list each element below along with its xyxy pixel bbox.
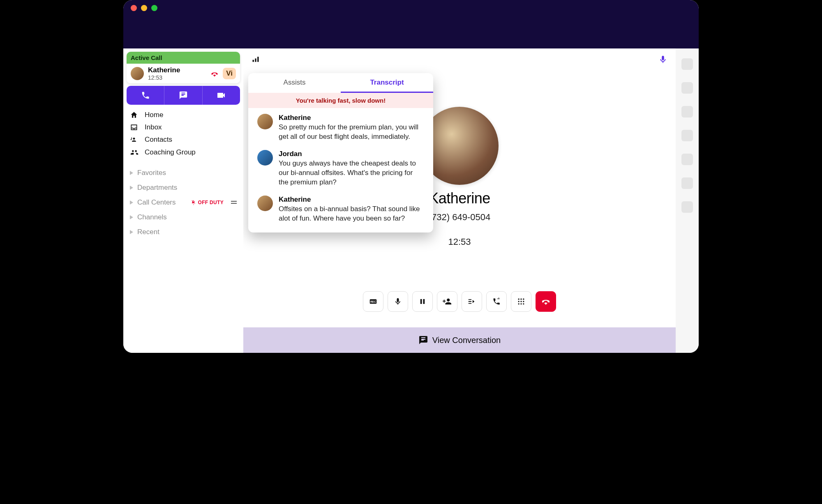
svg-point-9: [523, 299, 524, 300]
section-channels[interactable]: Channels: [127, 212, 240, 222]
hold-button[interactable]: [412, 291, 433, 312]
svg-rect-3: [370, 299, 377, 304]
transfer-queue-button[interactable]: [462, 291, 482, 312]
drag-handle-icon[interactable]: [231, 201, 237, 204]
caret-icon: [130, 200, 133, 205]
nav-label: Coaching Group: [145, 148, 196, 156]
popover-tabs: Assists Transcript: [248, 73, 433, 93]
call-button[interactable]: [127, 86, 164, 105]
window-fullscreen-dot[interactable]: [151, 5, 157, 11]
nav-coaching-group[interactable]: Coaching Group: [127, 146, 240, 159]
mute-button[interactable]: [388, 291, 408, 312]
speaker-name: Jordan: [279, 150, 424, 158]
mic-top-icon[interactable]: [658, 55, 667, 64]
message-button[interactable]: [164, 86, 202, 105]
right-panel-item[interactable]: [681, 154, 693, 165]
svg-point-8: [520, 299, 522, 300]
call-controls: REC: [363, 291, 556, 312]
caret-icon: [130, 171, 133, 175]
svg-point-14: [520, 303, 522, 304]
caller-name: Katherine: [148, 66, 206, 74]
message-text: You guys always have the cheapest deals …: [279, 159, 424, 187]
contact-name: Katherine: [429, 190, 490, 207]
section-recent[interactable]: Recent: [127, 227, 240, 237]
video-button[interactable]: [202, 86, 240, 105]
signal-icon[interactable]: [252, 55, 260, 63]
inbox-icon: [130, 123, 139, 131]
transcript-message: Jordan You guys always have the cheapest…: [257, 150, 424, 187]
right-panel-item[interactable]: [681, 106, 693, 117]
right-panel-item[interactable]: [681, 130, 693, 141]
right-panel-item[interactable]: [681, 201, 693, 213]
contacts-icon: [130, 136, 139, 144]
tab-assists[interactable]: Assists: [248, 73, 341, 93]
message-content: Katherine Offsites on a bi-annual basis?…: [279, 196, 424, 223]
off-duty-badge: OFF DUTY: [191, 200, 224, 205]
svg-point-13: [518, 303, 520, 304]
nav-home[interactable]: Home: [127, 109, 240, 121]
message-content: Katherine So pretty much for the premium…: [279, 114, 424, 142]
caret-icon: [130, 215, 133, 219]
active-call-header: Active Call: [127, 52, 240, 64]
dialpad-button[interactable]: [511, 291, 531, 312]
window-minimize-dot[interactable]: [141, 5, 147, 11]
active-call-meta: Katherine 12:53: [148, 66, 206, 81]
bell-off-icon: [191, 200, 196, 205]
svg-rect-5: [420, 299, 422, 304]
nav-label: Home: [145, 111, 163, 119]
top-bar: [123, 0, 699, 48]
right-panel-item[interactable]: [681, 58, 693, 70]
speaker-name: Katherine: [279, 196, 424, 204]
view-conversation-bar[interactable]: View Conversation: [243, 327, 676, 353]
vi-badge[interactable]: Vi: [223, 68, 236, 79]
view-conversation-label: View Conversation: [432, 336, 501, 345]
right-panel-item[interactable]: [681, 177, 693, 189]
section-label: Favorites: [137, 169, 237, 177]
home-icon: [130, 111, 139, 119]
nav-contacts[interactable]: Contacts: [127, 133, 240, 146]
svg-rect-0: [253, 60, 254, 62]
call-duration: 12:53: [148, 74, 206, 81]
svg-point-12: [523, 301, 524, 302]
sidebar: Active Call Katherine 12:53 Vi: [123, 48, 243, 353]
nav-label: Contacts: [145, 136, 172, 144]
message-content: Jordan You guys always have the cheapest…: [279, 150, 424, 187]
nav-inbox[interactable]: Inbox: [127, 121, 240, 133]
transcript-message: Katherine Offsites on a bi-annual basis?…: [257, 196, 424, 223]
transcript-message: Katherine So pretty much for the premium…: [257, 114, 424, 142]
quick-action-row: [127, 86, 240, 105]
caret-icon: [130, 230, 133, 234]
active-call-body: Katherine 12:53 Vi: [127, 64, 240, 83]
window-close-dot[interactable]: [131, 5, 137, 11]
record-button[interactable]: REC: [363, 291, 383, 312]
speaker-avatar: [257, 114, 273, 129]
section-departments[interactable]: Departments: [127, 183, 240, 193]
speaker-avatar: [257, 150, 273, 166]
contact-phone: (732) 649-0504: [429, 212, 490, 223]
section-label: Channels: [137, 213, 237, 221]
hangup-button[interactable]: [536, 291, 556, 312]
primary-nav: Home Inbox Contacts: [127, 109, 240, 159]
transfer-call-button[interactable]: [486, 291, 507, 312]
svg-point-11: [520, 301, 522, 302]
section-label: Call Centers: [137, 198, 187, 207]
section-label: Departments: [137, 184, 237, 192]
group-icon: [130, 148, 139, 157]
message-text: Offsites on a bi-annual basis? That soun…: [279, 205, 424, 223]
active-call-card[interactable]: Active Call Katherine 12:53 Vi: [127, 52, 240, 83]
hangup-mini-icon[interactable]: [210, 69, 219, 78]
transcript-warning-banner: You're talking fast, slow down!: [248, 93, 433, 108]
section-call-centers[interactable]: Call Centers OFF DUTY: [127, 198, 240, 207]
section-label: Recent: [137, 228, 237, 236]
window-traffic-lights: [131, 5, 157, 11]
transcript-popover: Assists Transcript You're talking fast, …: [248, 73, 433, 232]
caret-icon: [130, 186, 133, 190]
speaker-avatar: [257, 196, 273, 211]
svg-point-10: [518, 301, 520, 302]
svg-text:REC: REC: [370, 300, 376, 303]
right-panel-item[interactable]: [681, 82, 693, 94]
svg-point-7: [518, 299, 520, 300]
tab-transcript[interactable]: Transcript: [341, 73, 433, 93]
section-favorites[interactable]: Favorites: [127, 168, 240, 178]
add-participant-button[interactable]: [437, 291, 457, 312]
